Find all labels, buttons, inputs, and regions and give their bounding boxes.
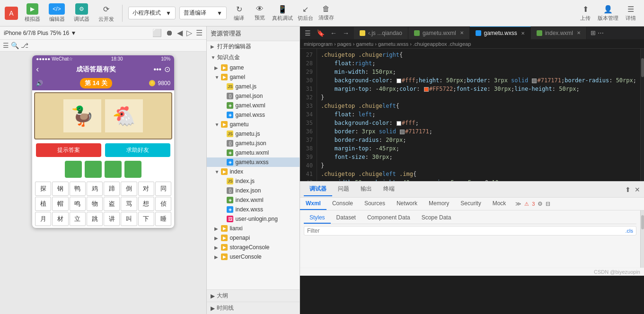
more-tabs-icon[interactable]: ⋯ [598,29,604,36]
devtools-tab-terminal[interactable]: 终端 [378,183,400,196]
tree-item-gamel-js[interactable]: JSgamel.js [207,82,299,91]
back-icon[interactable]: ◀ [177,28,183,37]
editor-btn[interactable]: </> 编辑器 [46,3,67,23]
char-cell-22[interactable]: 下 [138,212,154,226]
tree-item-index-js[interactable]: JSindex.js [207,176,299,186]
char-cell-17[interactable]: 材 [52,212,68,226]
upload-btn[interactable]: ⬆ 上传 [577,5,594,22]
debugger-btn[interactable]: ⚙ 调试器 [71,3,92,23]
tab-js[interactable]: ‹.js ...qiandao [354,27,408,39]
hint-button[interactable]: 提示答案 [36,143,101,157]
char-cell-9[interactable]: 帽 [52,197,68,211]
filter-bar[interactable]: .cls [304,226,636,236]
tree-item-gamel[interactable]: ▼▶gamel [207,72,299,82]
char-cell-13[interactable]: 骂 [121,197,137,211]
subtab-console[interactable]: Console [326,198,359,210]
devtools-tab-issues[interactable]: 问题 [332,183,355,196]
help-button[interactable]: 求助好友 [105,143,170,157]
char-cell-16[interactable]: 月 [35,212,51,226]
tree-item-userConsole[interactable]: ▶▶userConsole [207,252,299,262]
tab-wxss-active[interactable]: gametu.wxss ✕ [470,26,531,39]
forward-icon[interactable]: ▷ [186,28,192,37]
char-cell-10[interactable]: 鸣 [70,197,86,211]
char-cell-15[interactable]: 侦 [155,197,171,211]
tree-item-game[interactable]: ▶▶game [207,63,299,72]
editor-scrollbar[interactable] [640,49,644,181]
char-cell-0[interactable]: 探 [35,182,51,196]
char-cell-12[interactable]: 盗 [104,197,120,211]
char-cell-11[interactable]: 物 [87,197,103,211]
char-cell-8[interactable]: 植 [35,197,51,211]
tree-item-user-unlogin-png[interactable]: 🖼user-unlogin.png [207,214,299,224]
char-cell-2[interactable]: 鸭 [70,182,86,196]
subtab-network[interactable]: Network [391,198,423,210]
record-icon[interactable]: ⏺ [166,29,173,37]
sound-icon[interactable]: 🔊 [36,80,43,87]
tree-item-index-wxml[interactable]: ◈index.wxml [207,195,299,205]
timeline-footer[interactable]: ▶ 时间线 [207,302,299,314]
char-cell-20[interactable]: 讲 [104,212,120,226]
detail-btn[interactable]: ☰ 详情 [622,5,639,22]
translate-btn[interactable]: ↻ 编译 [230,5,247,22]
tree-item-gametu-wxml[interactable]: ◈gametu.wxml [207,148,299,157]
answer-box-2[interactable] [85,161,102,178]
answer-box-4[interactable] [124,161,141,178]
char-cell-5[interactable]: 倒 [121,182,137,196]
nav-action[interactable]: ⊙ [164,65,170,74]
tab-wxss-close[interactable]: ✕ [521,31,525,36]
compile-dropdown[interactable]: 普通编译 ▼ [179,7,227,19]
versionmgr-btn[interactable]: 👤 版本管理 [598,5,618,22]
cls-button[interactable]: .cls [626,228,634,234]
char-cell-14[interactable]: 想 [138,197,154,211]
tree-item-gametu-wxss[interactable]: ◈gametu.wxss [207,157,299,167]
tree-item-index-json[interactable]: {}index.json [207,186,299,195]
tree-item-index[interactable]: ▼▶index [207,167,299,176]
style-tab-dataset[interactable]: Dataset [331,212,362,224]
tree-item-gamel-wxss[interactable]: ◈gamel.wxss [207,110,299,120]
tab-wxml[interactable]: gametu.wxml ✕ [408,27,470,39]
expand-icon[interactable]: ⬆ [625,186,631,193]
rotate-icon[interactable]: ⬜ [152,28,162,37]
tree-item-gametu-json[interactable]: {}gametu.json [207,139,299,148]
devtools-scrollbar[interactable] [640,210,644,268]
tree-item-gamel-wxml[interactable]: ◈gamel.wxml [207,101,299,110]
cutscene-btn[interactable]: ↙ 切后台 [297,5,314,22]
more-subtabs-icon[interactable]: ≫ [515,201,521,207]
list-icon[interactable]: ☰ [3,42,9,49]
nav-more[interactable]: ••• [153,65,161,74]
filter-input[interactable] [307,227,624,234]
search-icon[interactable]: 🔍 [11,42,19,49]
back-nav-icon[interactable]: ← [328,28,339,38]
dock-icon[interactable]: ⊟ [546,201,550,207]
open-editor-item[interactable]: ▶ 打开的编辑器 [207,41,299,52]
preview-btn[interactable]: 👁 预览 [251,5,268,21]
tree-item-storageConsole[interactable]: ▶▶storageConsole [207,243,299,252]
style-tab-scope[interactable]: Scope Data [416,212,457,224]
char-cell-4[interactable]: 蹄 [104,182,120,196]
devtools-tab-output[interactable]: 输出 [355,183,378,196]
char-cell-7[interactable]: 同 [155,182,171,196]
tree-item-openapi[interactable]: ▶▶openapi [207,233,299,243]
subtab-sources[interactable]: Sources [359,198,391,210]
char-cell-21[interactable]: 叫 [121,212,137,226]
char-cell-23[interactable]: 睡 [155,212,171,226]
bookmark-icon[interactable]: 🔖 [315,28,326,38]
split-icon[interactable]: ⊞ [591,29,596,36]
hamburger-icon[interactable]: ☰ [303,28,313,38]
style-tab-component[interactable]: Component Data [362,212,416,224]
menu-icon[interactable]: ☰ [196,28,203,37]
tab-index-wxml[interactable]: index.wxml ✕ [531,27,587,39]
char-cell-6[interactable]: 对 [138,182,154,196]
clearcache-btn[interactable]: 🗑 清缓存 [318,5,335,21]
subtab-mock[interactable]: Mock [487,198,512,210]
subtab-wxml[interactable]: Wxml [300,198,326,210]
realtest-btn[interactable]: 📱 真机调试 [272,5,293,22]
git-icon[interactable]: ⎇ [21,42,28,49]
root-item[interactable]: ▼ 知识点金 [207,52,299,63]
char-cell-19[interactable]: 跳 [87,212,103,226]
tree-item-gamel-json[interactable]: {}gamel.json [207,91,299,101]
char-cell-1[interactable]: 钢 [52,182,68,196]
style-tab-styles[interactable]: Styles [304,212,331,224]
tab-index-close[interactable]: ✕ [577,30,581,35]
subtab-memory[interactable]: Memory [423,198,455,210]
